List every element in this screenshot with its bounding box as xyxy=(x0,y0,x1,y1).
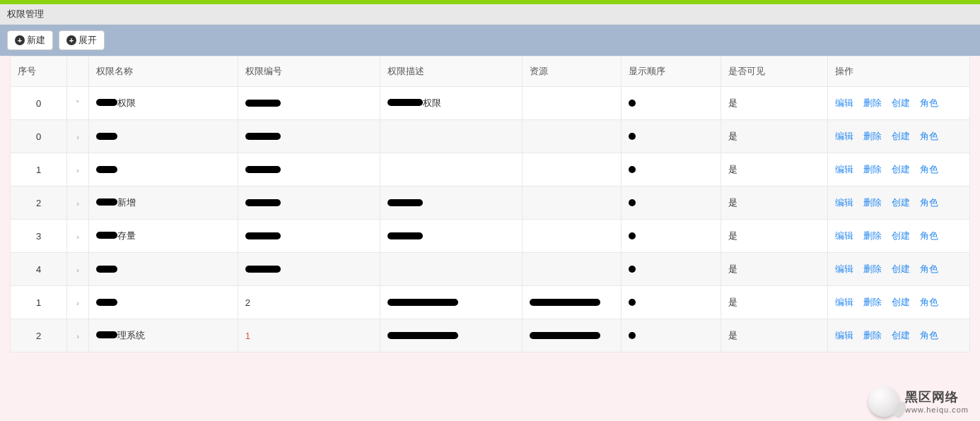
cell-toggle: › xyxy=(67,153,88,186)
cell-visible: 是 xyxy=(721,153,828,186)
redacted xyxy=(245,133,281,140)
code-text: 1 xyxy=(245,331,250,341)
name-text: 新增 xyxy=(117,197,136,208)
create-link[interactable]: 创建 xyxy=(892,330,910,340)
cell-name xyxy=(88,253,238,286)
cell-resource xyxy=(522,253,622,286)
cell-visible: 是 xyxy=(721,87,828,120)
role-link[interactable]: 角色 xyxy=(920,297,938,307)
footer-space xyxy=(0,352,980,421)
table-row: 1›是编辑删除创建角色 xyxy=(11,153,970,186)
delete-link[interactable]: 删除 xyxy=(863,97,882,108)
cell-visible: 是 xyxy=(721,286,828,319)
cell-desc xyxy=(380,120,522,153)
role-link[interactable]: 角色 xyxy=(920,197,938,208)
redacted xyxy=(245,232,281,239)
cell-order xyxy=(622,120,721,153)
cell-visible: 是 xyxy=(721,120,828,153)
cell-name xyxy=(88,153,238,186)
edit-link[interactable]: 编辑 xyxy=(835,297,853,307)
edit-link[interactable]: 编辑 xyxy=(835,164,853,174)
edit-link[interactable]: 编辑 xyxy=(835,230,853,241)
page-title: 权限管理 xyxy=(7,8,44,19)
create-link[interactable]: 创建 xyxy=(892,263,910,274)
redacted xyxy=(530,299,600,306)
cell-name: 理系统 xyxy=(88,319,238,352)
chevron-right-icon[interactable]: › xyxy=(76,199,79,208)
role-link[interactable]: 角色 xyxy=(920,131,938,141)
cell-ops: 编辑删除创建角色 xyxy=(827,253,969,286)
watermark: 黑区网络 www.heiqu.com xyxy=(868,386,969,417)
redacted xyxy=(387,299,458,306)
cell-order xyxy=(622,220,721,253)
create-link[interactable]: 创建 xyxy=(892,131,910,141)
role-link[interactable]: 角色 xyxy=(920,97,938,108)
create-link[interactable]: 创建 xyxy=(892,297,910,307)
role-link[interactable]: 角色 xyxy=(920,330,938,340)
watermark-cn: 黑区网络 xyxy=(905,389,969,405)
cell-code xyxy=(238,220,380,253)
role-link[interactable]: 角色 xyxy=(920,230,938,241)
role-link[interactable]: 角色 xyxy=(920,164,938,174)
edit-link[interactable]: 编辑 xyxy=(835,330,853,340)
cell-ops: 编辑删除创建角色 xyxy=(827,319,969,352)
redacted xyxy=(387,232,423,239)
th-resource: 资源 xyxy=(522,57,622,87)
th-order: 显示顺序 xyxy=(622,57,721,87)
edit-link[interactable]: 编辑 xyxy=(835,263,853,274)
delete-link[interactable]: 删除 xyxy=(863,297,882,307)
name-text: 理系统 xyxy=(117,330,145,340)
expand-button-label: 展开 xyxy=(78,34,97,47)
cell-code xyxy=(238,253,380,286)
chevron-right-icon[interactable]: › xyxy=(76,332,79,340)
cell-resource xyxy=(522,186,622,220)
watermark-logo-icon xyxy=(868,386,899,417)
delete-link[interactable]: 删除 xyxy=(863,164,882,174)
cell-desc xyxy=(380,186,522,220)
cell-resource xyxy=(522,120,622,153)
cell-order xyxy=(622,153,721,186)
plus-icon: + xyxy=(66,35,76,45)
th-name: 权限名称 xyxy=(88,57,238,87)
chevron-right-icon[interactable]: › xyxy=(76,166,79,174)
edit-link[interactable]: 编辑 xyxy=(835,131,853,141)
table-row: 2›理系统1是编辑删除创建角色 xyxy=(11,319,970,352)
cell-code xyxy=(238,120,380,153)
delete-link[interactable]: 删除 xyxy=(863,197,882,208)
redacted xyxy=(245,266,281,273)
cell-name xyxy=(88,120,238,153)
chevron-right-icon[interactable]: › xyxy=(76,232,79,241)
create-link[interactable]: 创建 xyxy=(892,197,910,208)
permission-table: 序号 权限名称 权限编号 权限描述 资源 显示顺序 是否可见 操作 0˅权限权限… xyxy=(10,56,970,352)
redacted xyxy=(96,232,117,239)
create-link[interactable]: 创建 xyxy=(892,164,910,174)
cell-seq: 2 xyxy=(11,186,67,220)
new-button[interactable]: + 新建 xyxy=(7,30,53,50)
cell-desc xyxy=(380,220,522,253)
th-desc: 权限描述 xyxy=(380,57,522,87)
redacted xyxy=(245,166,281,173)
edit-link[interactable]: 编辑 xyxy=(835,97,853,108)
chevron-right-icon[interactable]: › xyxy=(76,299,79,307)
expand-button[interactable]: + 展开 xyxy=(59,30,105,50)
cell-order xyxy=(622,87,721,120)
create-link[interactable]: 创建 xyxy=(892,230,910,241)
edit-link[interactable]: 编辑 xyxy=(835,197,853,208)
delete-link[interactable]: 删除 xyxy=(863,230,882,241)
create-link[interactable]: 创建 xyxy=(892,97,910,108)
role-link[interactable]: 角色 xyxy=(920,263,938,274)
plus-icon: + xyxy=(15,35,25,45)
delete-link[interactable]: 删除 xyxy=(863,263,882,274)
chevron-down-icon[interactable]: ˅ xyxy=(76,100,80,108)
cell-desc xyxy=(380,286,522,319)
delete-link[interactable]: 删除 xyxy=(863,330,882,340)
chevron-right-icon[interactable]: › xyxy=(76,133,79,141)
cell-seq: 0 xyxy=(11,120,67,153)
th-code: 权限编号 xyxy=(238,57,380,87)
delete-link[interactable]: 删除 xyxy=(863,131,882,141)
cell-code xyxy=(238,153,380,186)
chevron-right-icon[interactable]: › xyxy=(76,266,79,274)
redacted xyxy=(629,199,636,206)
redacted xyxy=(96,198,117,206)
cell-code: 1 xyxy=(238,319,380,352)
